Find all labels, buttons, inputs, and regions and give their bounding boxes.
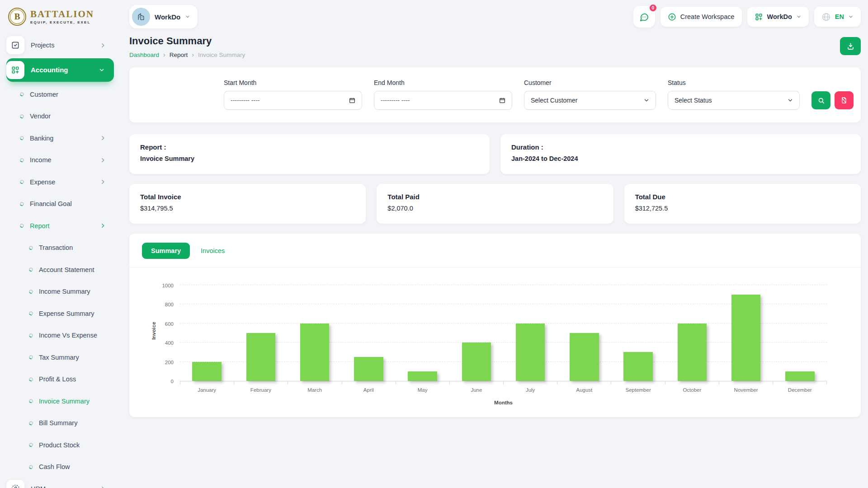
breadcrumb: Dashboard›Report›Invoice Summary bbox=[129, 51, 245, 58]
duration-card-value: Jan-2024 to Dec-2024 bbox=[511, 155, 850, 162]
download-button[interactable] bbox=[840, 37, 861, 55]
title-row: Invoice Summary Dashboard›Report›Invoice… bbox=[129, 35, 861, 58]
brand-emblem-icon: B bbox=[8, 8, 26, 26]
sidebar-item-bill-summary[interactable]: Bill Summary bbox=[6, 412, 118, 434]
chevron-right-icon bbox=[100, 179, 106, 185]
start-month-value: --------- ---- bbox=[231, 97, 260, 104]
sidebar-item-label: Financial Goal bbox=[30, 200, 118, 207]
bullet-icon bbox=[28, 311, 34, 316]
plus-circle-icon bbox=[668, 13, 676, 21]
reset-filter-button[interactable] bbox=[835, 91, 854, 109]
end-month-input[interactable]: --------- ---- bbox=[374, 91, 512, 110]
brand-name: BATTALION bbox=[30, 9, 94, 19]
sidebar-item-tax-summary[interactable]: Tax Summary bbox=[6, 347, 118, 369]
report-card-value: Invoice Summary bbox=[140, 155, 479, 162]
tab-invoices[interactable]: Invoices bbox=[201, 247, 225, 254]
chart-axis-tick bbox=[719, 381, 773, 385]
chevron-down-icon bbox=[796, 14, 802, 19]
sidebar-item-label: Product Stock bbox=[39, 441, 118, 449]
chart-bar-slot bbox=[773, 286, 827, 381]
sidebar-item-income-vs-expense[interactable]: Income Vs Expense bbox=[6, 324, 118, 347]
chart-axis-tick bbox=[503, 381, 557, 385]
sidebar-item-profit-loss[interactable]: Profit & Loss bbox=[6, 368, 118, 390]
bar-december bbox=[785, 371, 814, 381]
bullet-icon bbox=[28, 399, 34, 404]
sidebar-item-product-stock[interactable]: Product Stock bbox=[6, 434, 118, 456]
sidebar-item-account-statement[interactable]: Account Statement bbox=[6, 259, 118, 281]
workspace-menu-button[interactable]: WorkDo bbox=[747, 7, 809, 27]
sidebar-item-label: Tax Summary bbox=[39, 354, 118, 361]
messages-button[interactable]: 0 bbox=[633, 6, 655, 28]
topbar-actions: 0 Create Workspace WorkDo EN bbox=[633, 6, 861, 28]
chart-x-tick-label: June bbox=[449, 387, 503, 393]
chart-axis-tick bbox=[773, 381, 827, 385]
sidebar-item-label: Banking bbox=[30, 135, 100, 142]
chart-axis-tick bbox=[557, 381, 611, 385]
breadcrumb-report[interactable]: Report bbox=[170, 52, 188, 58]
sidebar-item-invoice-summary[interactable]: Invoice Summary bbox=[6, 390, 118, 413]
chart-x-tick-label: December bbox=[773, 387, 827, 393]
chevron-down-icon bbox=[643, 97, 650, 103]
brand-logo[interactable]: B BATTALION EQUIP, EXECUTE, EXEL bbox=[6, 5, 118, 29]
sidebar-item-expense[interactable]: Expense bbox=[6, 171, 118, 193]
download-icon bbox=[846, 42, 855, 51]
chart-x-tick-label: April bbox=[342, 387, 396, 393]
sidebar-item-label: HRM bbox=[31, 485, 100, 488]
chart-y-tick-label: 1000 bbox=[155, 283, 174, 288]
chart-y-tick-label: 0 bbox=[155, 379, 174, 384]
sidebar-item-banking[interactable]: Banking bbox=[6, 127, 118, 150]
chart-x-tick-label: September bbox=[611, 387, 665, 393]
messages-badge: 0 bbox=[649, 4, 657, 12]
building-icon bbox=[137, 12, 146, 21]
apply-filter-button[interactable] bbox=[811, 91, 830, 109]
sidebar-item-label: Vendor bbox=[30, 113, 118, 120]
total-card-label: Total Due bbox=[635, 193, 850, 201]
bullet-icon bbox=[28, 245, 34, 250]
customer-select[interactable]: Select Customer bbox=[524, 91, 656, 110]
sidebar-item-expense-summary[interactable]: Expense Summary bbox=[6, 303, 118, 325]
breadcrumb-dashboard[interactable]: Dashboard bbox=[129, 52, 159, 58]
total-card-label: Total Paid bbox=[387, 193, 602, 201]
tab-summary[interactable]: Summary bbox=[142, 243, 190, 259]
sidebar-item-financial-goal[interactable]: Financial Goal bbox=[6, 193, 118, 215]
bullet-icon bbox=[19, 92, 25, 97]
chart-bar-slot bbox=[719, 286, 773, 381]
sidebar-item-report[interactable]: Report bbox=[6, 215, 118, 237]
sidebar-item-vendor[interactable]: Vendor bbox=[6, 105, 118, 127]
chat-icon bbox=[639, 12, 649, 22]
sidebar-item-income[interactable]: Income bbox=[6, 149, 118, 171]
total-card-value: $2,070.0 bbox=[387, 205, 602, 212]
sidebar-item-transaction[interactable]: Transaction bbox=[6, 237, 118, 259]
sidebar-item-label: Income bbox=[30, 156, 100, 164]
sidebar-item-hrm[interactable]: HRM bbox=[6, 478, 118, 488]
totals-row: Total Invoice$314,795.5Total Paid$2,070.… bbox=[129, 184, 861, 224]
sidebar-item-income-summary[interactable]: Income Summary bbox=[6, 281, 118, 303]
sidebar-item-cash-flow[interactable]: Cash Flow bbox=[6, 456, 118, 478]
chart-axis-tick bbox=[342, 381, 396, 385]
total-card-total-paid: Total Paid$2,070.0 bbox=[377, 184, 613, 224]
bullet-icon bbox=[28, 376, 34, 382]
end-month-field: End Month --------- ---- bbox=[374, 79, 512, 110]
sidebar-item-label: Bill Summary bbox=[39, 419, 118, 427]
start-month-input[interactable]: --------- ---- bbox=[224, 91, 362, 110]
total-card-value: $312,725.5 bbox=[635, 205, 850, 212]
chevron-right-icon bbox=[100, 486, 106, 488]
app-root: B BATTALION EQUIP, EXECUTE, EXEL Project… bbox=[0, 0, 868, 488]
sidebar-item-customer[interactable]: Customer bbox=[6, 84, 118, 106]
bar-september bbox=[623, 352, 652, 381]
customer-field: Customer Select Customer bbox=[524, 79, 656, 110]
sidebar-item-label: Projects bbox=[31, 42, 100, 49]
chevron-right-icon bbox=[100, 42, 106, 48]
sidebar-item-accounting[interactable]: Accounting bbox=[6, 58, 114, 82]
duration-card-title: Duration : bbox=[511, 143, 850, 151]
language-button[interactable]: EN bbox=[814, 7, 861, 27]
sidebar-item-label: Profit & Loss bbox=[39, 375, 118, 383]
page-title: Invoice Summary bbox=[129, 35, 245, 47]
create-workspace-button[interactable]: Create Workspace bbox=[660, 7, 742, 27]
status-select[interactable]: Select Status bbox=[668, 91, 800, 110]
bar-may bbox=[408, 371, 437, 381]
sidebar-item-projects[interactable]: Projects bbox=[6, 34, 118, 56]
workspace-pill[interactable]: WorkDo bbox=[129, 5, 198, 28]
checkbox-icon bbox=[6, 36, 24, 54]
chart-bar-slot bbox=[180, 286, 234, 381]
